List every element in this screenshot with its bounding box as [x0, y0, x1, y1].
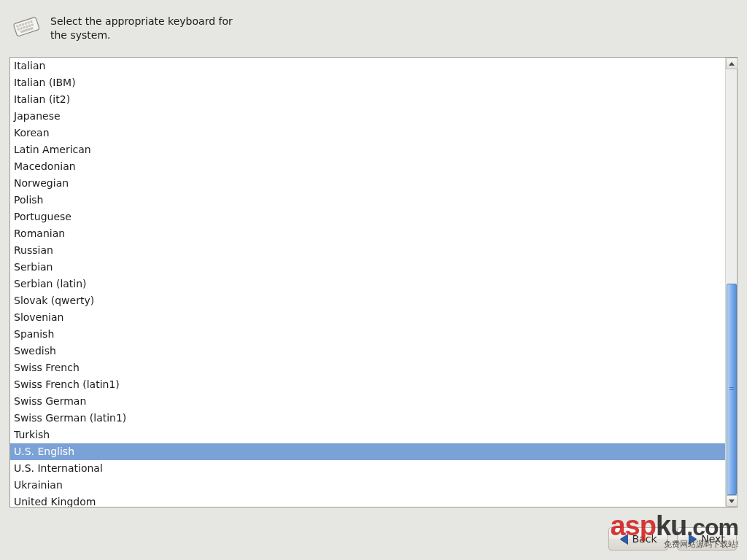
- instruction-text: Select the appropriate keyboard for the …: [50, 13, 247, 42]
- keyboard-option[interactable]: United Kingdom: [10, 494, 725, 507]
- keyboard-option-label: Swiss French (latin1): [14, 378, 120, 390]
- scrollbar[interactable]: [725, 58, 737, 507]
- keyboard-option[interactable]: Latin American: [10, 141, 725, 158]
- keyboard-option[interactable]: Macedonian: [10, 158, 725, 175]
- header: Select the appropriate keyboard for the …: [0, 0, 747, 51]
- keyboard-option[interactable]: Swiss German (latin1): [10, 410, 725, 427]
- keyboard-option-label: U.S. English: [14, 446, 74, 457]
- next-button[interactable]: Next: [677, 527, 737, 551]
- keyboard-option[interactable]: Russian: [10, 242, 725, 259]
- keyboard-option[interactable]: Romanian: [10, 225, 725, 242]
- keyboard-option-label: Turkish: [14, 429, 50, 440]
- keyboard-option[interactable]: Portuguese: [10, 209, 725, 225]
- keyboard-option-label: U.S. International: [14, 462, 103, 474]
- keyboard-option[interactable]: Italian: [10, 58, 725, 74]
- keyboard-option-label: Latin American: [14, 144, 91, 155]
- keyboard-option[interactable]: Italian (it2): [10, 91, 725, 108]
- keyboard-option-label: Macedonian: [14, 160, 76, 172]
- keyboard-option-label: Slovenian: [14, 311, 63, 323]
- keyboard-option[interactable]: Ukrainian: [10, 477, 725, 494]
- keyboard-option-label: Italian (it2): [14, 93, 70, 105]
- keyboard-option-label: Serbian (latin): [14, 278, 87, 289]
- installer-keyboard-page: Select the appropriate keyboard for the …: [0, 0, 747, 560]
- keyboard-option[interactable]: Norwegian: [10, 175, 725, 192]
- keyboard-option-label: Swiss French: [14, 362, 80, 373]
- keyboard-option-label: United Kingdom: [14, 496, 96, 507]
- arrow-left-icon: [620, 534, 628, 544]
- keyboard-option[interactable]: Korean: [10, 125, 725, 141]
- keyboard-option[interactable]: Italian (IBM): [10, 74, 725, 91]
- back-button-label: Back: [632, 533, 657, 545]
- arrow-right-icon: [689, 534, 697, 544]
- keyboard-option[interactable]: Serbian (latin): [10, 276, 725, 292]
- keyboard-option[interactable]: Swedish: [10, 343, 725, 359]
- keyboard-option[interactable]: Polish: [10, 192, 725, 209]
- keyboard-option-label: Portuguese: [14, 211, 71, 222]
- keyboard-option[interactable]: Japanese: [10, 108, 725, 125]
- keyboard-option-label: Italian (IBM): [14, 77, 76, 88]
- keyboard-list-container: ItalianItalian (IBM)Italian (it2)Japanes…: [9, 57, 738, 508]
- keyboard-option-label: Swedish: [14, 345, 56, 357]
- keyboard-option-label: Swiss German (latin1): [14, 412, 126, 424]
- keyboard-option[interactable]: Slovak (qwerty): [10, 292, 725, 309]
- keyboard-option[interactable]: Swiss French: [10, 359, 725, 376]
- back-button[interactable]: Back: [608, 527, 668, 551]
- scroll-up-button[interactable]: [726, 58, 738, 69]
- keyboard-option-label: Russian: [14, 244, 53, 256]
- keyboard-option[interactable]: Spanish: [10, 326, 725, 343]
- keyboard-option[interactable]: Serbian: [10, 259, 725, 276]
- keyboard-option-label: Ukrainian: [14, 479, 63, 491]
- keyboard-option-label: Polish: [14, 194, 43, 206]
- keyboard-option-label: Spanish: [14, 328, 54, 340]
- keyboard-option-label: Serbian: [14, 261, 53, 273]
- keyboard-option[interactable]: Slovenian: [10, 309, 725, 326]
- keyboard-option[interactable]: Swiss French (latin1): [10, 376, 725, 393]
- keyboard-option-label: Slovak (qwerty): [14, 295, 94, 306]
- keyboard-option-label: Norwegian: [14, 177, 69, 189]
- keyboard-option-label: Korean: [14, 127, 50, 139]
- keyboard-icon: [11, 13, 40, 39]
- keyboard-option-label: Japanese: [14, 110, 61, 122]
- scroll-down-button[interactable]: [726, 495, 738, 507]
- keyboard-option[interactable]: Swiss German: [10, 393, 725, 410]
- keyboard-option-label: Italian: [14, 60, 45, 71]
- keyboard-option[interactable]: U.S. International: [10, 460, 725, 477]
- keyboard-option[interactable]: U.S. English: [10, 443, 725, 460]
- scroll-thumb[interactable]: [727, 284, 737, 495]
- footer: Back Next: [0, 518, 747, 560]
- keyboard-option-label: Swiss German: [14, 395, 86, 407]
- keyboard-option-label: Romanian: [14, 228, 65, 239]
- keyboard-option[interactable]: Turkish: [10, 427, 725, 443]
- keyboard-list[interactable]: ItalianItalian (IBM)Italian (it2)Japanes…: [10, 58, 725, 507]
- next-button-label: Next: [701, 533, 725, 545]
